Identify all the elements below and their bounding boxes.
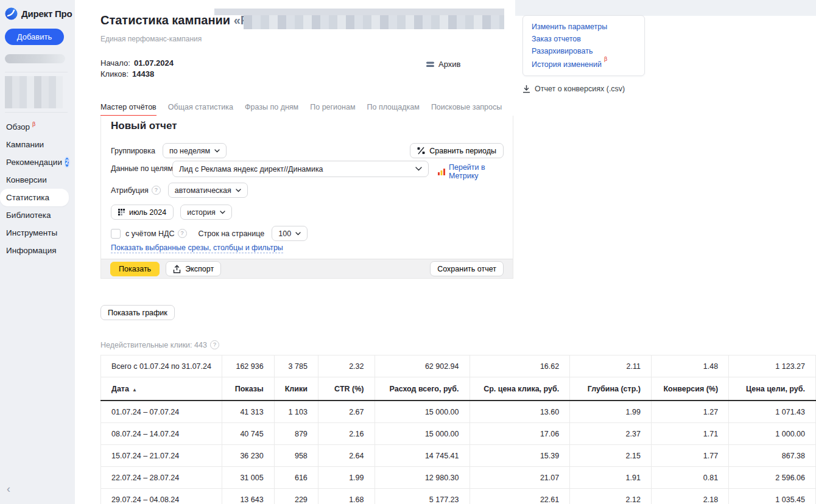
column-header-4[interactable]: Расход всего, руб. bbox=[375, 377, 470, 401]
date-range-cell: 01.07.24 – 07.07.24 bbox=[101, 401, 222, 423]
chevron-down-icon bbox=[295, 232, 301, 236]
goals-select[interactable]: Лид с Реклама яндекс директ//Динамика bbox=[172, 161, 429, 177]
column-header-label: Конверсия (%) bbox=[663, 385, 718, 393]
value-cell: 1.68 bbox=[318, 489, 375, 504]
tab-0[interactable]: Мастер отчётов bbox=[100, 103, 157, 116]
column-header-2[interactable]: Клики bbox=[274, 377, 318, 401]
sidebar-item-5[interactable]: Библиотека bbox=[0, 206, 69, 224]
export-label: Экспорт bbox=[185, 265, 214, 273]
vat-row: с учётом НДС Строк на странице 100 bbox=[111, 226, 308, 241]
column-header-1[interactable]: Показы bbox=[222, 377, 274, 401]
tab-3[interactable]: По регионам bbox=[310, 103, 355, 116]
tab-2[interactable]: Фразы по дням bbox=[245, 103, 298, 116]
go-to-metrika-link[interactable]: Перейти в Метрику bbox=[438, 163, 513, 180]
column-header-6[interactable]: Глубина (стр.) bbox=[570, 377, 652, 401]
sidebar-menu: ОбзорβКампанииРекомендации2КонверсииСтат… bbox=[0, 118, 75, 259]
campaign-meta: Начало:01.07.2024 Кликов:14438 bbox=[100, 58, 174, 80]
help-icon[interactable] bbox=[210, 340, 219, 349]
date-range-cell: 08.07.24 – 14.07.24 bbox=[101, 423, 222, 445]
value-cell: 2.18 bbox=[651, 489, 728, 504]
value-cell: 958 bbox=[274, 445, 318, 467]
total-cell: 2.32 bbox=[318, 355, 375, 377]
beta-badge: β bbox=[32, 121, 35, 127]
sidebar-item-label: Информация bbox=[6, 246, 57, 255]
campaign-action-label: Заказ отчетов bbox=[532, 35, 581, 43]
show-chart-button[interactable]: Показать график bbox=[100, 305, 175, 320]
sidebar-item-label: Кампании bbox=[6, 140, 44, 149]
total-cell: 162 936 bbox=[222, 355, 274, 377]
tab-5[interactable]: Поисковые запросы bbox=[431, 103, 502, 116]
chevron-down-icon bbox=[214, 149, 220, 153]
sidebar-item-6[interactable]: Инструменты bbox=[0, 224, 69, 242]
invalid-clicks-note: Недействительные клики: 443 bbox=[100, 340, 219, 349]
go-to-metrika-label: Перейти в Метрику bbox=[449, 163, 513, 180]
column-header-8[interactable]: Цена цели, руб. bbox=[729, 377, 816, 401]
sidebar-item-2[interactable]: Рекомендации2 bbox=[0, 153, 69, 171]
tab-4[interactable]: По площадкам bbox=[367, 103, 419, 116]
column-header-label: Ср. цена клика, руб. bbox=[484, 385, 559, 393]
show-slices-link[interactable]: Показать выбранные срезы, столбцы и филь… bbox=[111, 243, 283, 253]
campaign-action-link-3[interactable]: История измененийβ bbox=[532, 59, 644, 71]
campaign-action-link-2[interactable]: Разархивировать bbox=[532, 47, 644, 59]
invalid-clicks-text: Недействительные клики: 443 bbox=[100, 341, 207, 349]
column-header-7[interactable]: Конверсия (%) bbox=[651, 377, 728, 401]
table-row-3: 22.07.24 – 28.07.2431 0056161.9912 980.3… bbox=[101, 467, 816, 489]
sidebar-collapse-icon[interactable] bbox=[7, 483, 10, 495]
period-picker-button[interactable]: июль 2024 bbox=[111, 205, 174, 220]
value-cell: 1 000.00 bbox=[729, 423, 816, 445]
sidebar-item-3[interactable]: Конверсии bbox=[0, 171, 69, 189]
value-cell: 1.77 bbox=[651, 445, 728, 467]
calendar-grid-icon bbox=[118, 209, 125, 215]
conversions-report-link[interactable]: Отчет о конверсиях (.csv) bbox=[522, 85, 625, 93]
value-cell: 2.16 bbox=[318, 423, 375, 445]
campaign-name-blurred bbox=[244, 15, 504, 29]
chevron-down-icon bbox=[220, 211, 225, 214]
save-report-button[interactable]: Сохранить отчет bbox=[430, 261, 504, 276]
export-button[interactable]: Экспорт bbox=[166, 261, 221, 276]
total-cell: 3 785 bbox=[274, 355, 318, 377]
value-cell: 1.99 bbox=[318, 467, 375, 489]
campaign-action-label: Разархивировать bbox=[532, 47, 593, 55]
add-button[interactable]: Добавить bbox=[5, 29, 64, 45]
beta-badge: β bbox=[604, 56, 607, 62]
help-icon[interactable] bbox=[178, 229, 187, 238]
attribution-dropdown[interactable]: автоматическая bbox=[168, 183, 248, 198]
vat-label: с учётом НДС bbox=[125, 229, 175, 238]
logo[interactable]: Директ Про bbox=[5, 7, 72, 20]
vat-checkbox[interactable] bbox=[111, 229, 121, 239]
start-date-row: Начало:01.07.2024 bbox=[100, 58, 174, 69]
table-row-1: 08.07.24 – 14.07.2440 7458792.1615 000.0… bbox=[101, 423, 816, 445]
value-cell: 14 745.41 bbox=[375, 445, 470, 467]
value-cell: 15.39 bbox=[470, 445, 570, 467]
rows-per-page-dropdown[interactable]: 100 bbox=[272, 226, 308, 241]
campaign-action-link-1[interactable]: Заказ отчетов bbox=[532, 35, 644, 47]
column-header-3[interactable]: CTR (%) bbox=[318, 377, 375, 401]
compare-periods-button[interactable]: Сравнить периоды bbox=[410, 143, 504, 158]
direct-pro-logo-icon bbox=[5, 7, 18, 20]
sidebar-item-label: Обзор bbox=[6, 122, 30, 131]
archive-icon bbox=[426, 61, 434, 68]
value-cell: 22.61 bbox=[470, 489, 570, 504]
value-cell: 867.38 bbox=[729, 445, 816, 467]
sidebar-item-4[interactable]: Статистика bbox=[0, 189, 69, 206]
sidebar-item-7[interactable]: Информация bbox=[0, 242, 69, 259]
sidebar-item-1[interactable]: Кампании bbox=[0, 136, 69, 153]
value-cell: 2.64 bbox=[318, 445, 375, 467]
history-dropdown[interactable]: история bbox=[180, 205, 231, 220]
sidebar-item-0[interactable]: Обзорβ bbox=[0, 118, 69, 136]
value-cell: 2.15 bbox=[570, 445, 652, 467]
sidebar-item-label: Рекомендации bbox=[6, 158, 62, 167]
show-report-button[interactable]: Показать bbox=[110, 262, 160, 276]
grouping-dropdown[interactable]: по неделям bbox=[163, 143, 227, 158]
statistics-table: Всего с 01.07.24 по 31.07.24162 9363 785… bbox=[100, 355, 816, 504]
sidebar-divider bbox=[5, 112, 68, 113]
value-cell: 21.07 bbox=[470, 467, 570, 489]
total-cell: 2.11 bbox=[570, 355, 652, 377]
value-cell: 1.99 bbox=[570, 401, 652, 423]
tab-1[interactable]: Общая статистика bbox=[168, 103, 233, 116]
column-header-0[interactable]: Дата bbox=[101, 377, 222, 401]
column-header-5[interactable]: Ср. цена клика, руб. bbox=[470, 377, 570, 401]
archive-status: Архив bbox=[426, 60, 460, 69]
help-icon[interactable] bbox=[152, 186, 161, 195]
campaign-action-link-0[interactable]: Изменить параметры bbox=[532, 23, 644, 35]
